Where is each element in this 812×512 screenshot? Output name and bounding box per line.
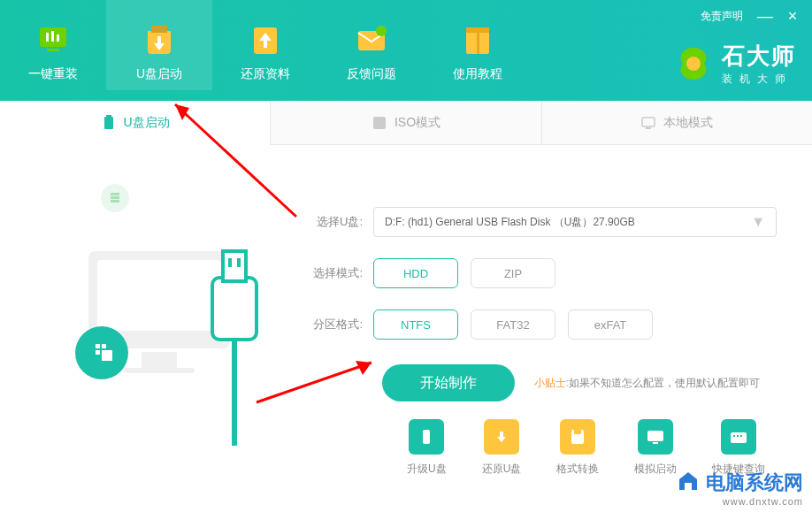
svg-rect-34 [733,435,735,437]
fs-opt-exfat[interactable]: exFAT [568,309,653,340]
brand: 石大师 装机大师 [674,41,796,87]
tutorial-icon [457,19,498,59]
nav-label: 使用教程 [453,66,502,82]
brand-logo-icon [674,44,713,83]
tool-simulate-boot[interactable]: 模拟启动 [634,419,677,477]
usb-boot-icon [139,19,180,59]
local-icon [640,115,656,131]
minimize-button[interactable]: — [757,7,771,26]
tool-restore-usb[interactable]: 还原U盘 [482,419,522,477]
tool-hotkey-query[interactable]: 快捷键查询 [712,419,765,477]
close-button[interactable]: × [785,7,800,26]
usb-select-value: D:F: (hd1) General USB Flash Disk （U盘）27… [385,215,635,230]
tool-label: 升级U盘 [407,462,447,477]
svg-rect-14 [106,115,111,118]
nav-usb-boot[interactable]: U盘启动 [106,0,212,90]
tool-format-convert[interactable]: 格式转换 [556,419,599,477]
svg-rect-26 [228,258,232,267]
tool-label: 模拟启动 [634,462,677,477]
svg-rect-27 [237,258,241,267]
subtab-label: U盘启动 [124,115,170,131]
nav-restore[interactable]: 还原资料 [212,0,318,90]
brand-subtitle: 装机大师 [722,72,796,87]
svg-rect-24 [212,278,257,340]
svg-rect-1 [46,33,49,42]
hotkey-icon [721,419,756,455]
svg-rect-20 [97,260,221,331]
subtab-label: 本地模式 [663,115,713,131]
tool-upgrade-usb[interactable]: 升级U盘 [407,419,447,477]
nav-feedback[interactable]: 反馈问题 [318,0,425,90]
subtab-usb[interactable]: U盘启动 [0,101,270,145]
nav-label: U盘启动 [136,66,182,82]
nav-reinstall[interactable]: 一键重装 [0,0,106,90]
reinstall-icon [33,19,73,59]
nav-label: 反馈问题 [347,66,396,82]
mode-opt-hdd[interactable]: HDD [373,258,458,288]
start-button[interactable]: 开始制作 [382,364,515,401]
svg-rect-3 [57,34,59,42]
fs-opt-ntfs[interactable]: NTFS [373,309,458,340]
watermark-icon [676,470,701,495]
svg-rect-17 [646,127,651,129]
upgrade-usb-icon [409,419,444,455]
window-controls: 免责声明 — × [701,7,800,26]
usb-icon [101,115,117,131]
watermark-title: 电脑系统网 [706,470,803,496]
svg-rect-30 [574,430,581,434]
svg-rect-28 [423,430,430,444]
svg-rect-35 [737,435,739,437]
nav-label: 一键重装 [28,66,78,82]
fs-label: 分区格式: [301,317,363,332]
svg-rect-31 [647,431,663,441]
illustration [35,163,301,463]
chevron-down-icon: ▼ [751,214,765,230]
watermark: 电脑系统网 www.dnxtw.com [676,470,803,507]
usb-select-label: 选择U盘: [301,214,363,230]
fs-opt-fat32[interactable]: FAT32 [471,309,555,340]
svg-rect-33 [731,432,747,443]
watermark-sub: www.dnxtw.com [723,496,803,507]
main-nav: 一键重装 U盘启动 还原资料 反馈问题 使用教程 [0,0,531,101]
mode-label: 选择模式: [301,265,363,281]
svg-rect-25 [223,251,246,281]
usb-select[interactable]: D:F: (hd1) General USB Flash Disk （U盘）27… [373,207,777,237]
restore-usb-icon [484,419,519,455]
brand-title: 石大师 [722,41,796,72]
svg-rect-37 [685,483,692,490]
subtab-local[interactable]: 本地模式 [541,101,812,145]
svg-rect-4 [47,49,59,51]
tool-label: 格式转换 [556,462,599,477]
tip-text: 小贴士:如果不知道怎么配置，使用默认配置即可 [534,376,760,391]
tool-label: 还原U盘 [482,462,522,477]
bottom-tools: 升级U盘 还原U盘 格式转换 模拟启动 快捷键查询 [407,419,765,477]
simulate-icon [638,419,673,455]
format-icon [560,419,595,455]
svg-rect-32 [653,442,658,444]
config-form: 选择U盘: D:F: (hd1) General USB Flash Disk … [301,163,777,463]
svg-rect-21 [142,352,177,368]
nav-tutorial[interactable]: 使用教程 [425,0,531,90]
svg-rect-22 [124,368,195,373]
disclaimer-link[interactable]: 免责声明 [701,9,743,24]
restore-icon [245,19,286,59]
app-header: 免责声明 — × 一键重装 U盘启动 还原资料 反馈问题 [0,0,812,101]
tip-label: 小贴士: [534,377,569,389]
feedback-icon [351,19,392,59]
svg-rect-2 [51,31,54,42]
mode-opt-zip[interactable]: ZIP [471,258,555,288]
subtab-label: ISO模式 [395,115,440,131]
svg-point-8 [376,26,387,36]
iso-icon [372,115,387,131]
svg-rect-5 [151,26,167,33]
subtab-iso[interactable]: ISO模式 [270,101,540,145]
svg-rect-11 [477,27,479,54]
svg-rect-36 [740,435,742,437]
sub-tabs: U盘启动 ISO模式 本地模式 [0,101,812,145]
svg-rect-16 [642,118,655,126]
svg-rect-13 [104,117,113,129]
svg-rect-15 [373,117,386,129]
nav-label: 还原资料 [241,66,290,82]
svg-point-12 [686,57,701,71]
